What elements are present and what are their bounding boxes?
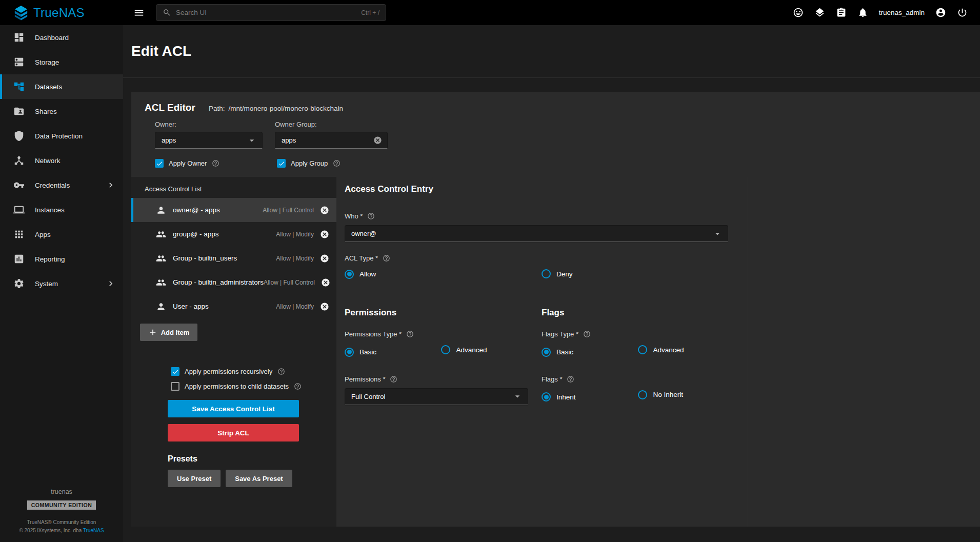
owner-field: Owner: apps (155, 121, 263, 149)
account-menu-button[interactable] (935, 7, 946, 18)
sidebar-item-label: Dashboard (35, 34, 69, 42)
apply-group-checkbox[interactable]: Apply Group (277, 159, 399, 168)
feedback-button[interactable] (793, 7, 804, 18)
brand-name: TrueNAS (33, 6, 85, 20)
clipboard-icon (836, 7, 847, 18)
acl-entry-row-owner[interactable]: owner@ - apps Allow | Full Control (131, 198, 336, 222)
chevron-right-icon (106, 278, 116, 289)
group-icon (156, 229, 166, 239)
help-icon[interactable] (367, 212, 375, 220)
smiley-icon (793, 7, 804, 18)
help-icon[interactable] (406, 330, 414, 338)
truenas-link[interactable]: TrueNAS (83, 528, 104, 533)
presets-title: Presets (168, 454, 336, 464)
save-as-preset-button[interactable]: Save As Preset (226, 470, 292, 487)
sidebar-item-system[interactable]: System (0, 271, 123, 296)
sidebar-item-storage[interactable]: Storage (0, 50, 123, 74)
sidebar-item-dashboard[interactable]: Dashboard (0, 25, 123, 50)
radio-selected-icon (542, 392, 551, 402)
permissions-select[interactable]: Full Control (345, 388, 528, 405)
who-label-row: Who * (345, 212, 980, 220)
checkbox-checked-icon (171, 367, 179, 376)
remove-entry-icon[interactable] (320, 206, 329, 215)
radio-deny[interactable]: Deny (542, 269, 573, 278)
radio-permissions-basic[interactable]: Basic (345, 348, 439, 357)
help-icon[interactable] (294, 383, 302, 390)
radio-no-inherit[interactable]: No Inherit (638, 390, 732, 399)
storage-icon (13, 56, 25, 68)
owner-group-label: Owner Group: (275, 121, 388, 128)
sidebar-item-datasets[interactable]: Datasets (0, 74, 123, 99)
sidebar-item-credentials[interactable]: Credentials (0, 173, 123, 197)
sidebar-item-apps[interactable]: Apps (0, 222, 123, 247)
power-icon (957, 7, 968, 18)
hamburger-icon (133, 7, 145, 18)
network-hub-icon (13, 155, 25, 166)
owner-select[interactable]: apps (155, 132, 263, 149)
radio-allow[interactable]: Allow (345, 270, 376, 279)
radio-selected-icon (542, 348, 551, 357)
running-jobs-button[interactable] (836, 7, 847, 18)
remove-entry-icon[interactable] (320, 302, 329, 311)
sidebar-item-shares[interactable]: Shares (0, 99, 123, 124)
radio-flags-advanced[interactable]: Advanced (638, 345, 732, 354)
flags-section: Flags Flags Type * Basic (542, 308, 980, 405)
sidebar-item-label: Credentials (35, 182, 70, 189)
add-item-button[interactable]: Add Item (140, 324, 197, 341)
acl-entry-row-group[interactable]: group@ - apps Allow | Modify (131, 222, 336, 246)
help-icon[interactable] (567, 375, 574, 383)
help-icon[interactable] (212, 159, 219, 167)
shares-folder-icon (13, 106, 25, 117)
help-icon[interactable] (383, 254, 390, 262)
acl-entry-row-builtin-administrators[interactable]: Group - builtin_administrators Allow | F… (131, 270, 336, 294)
sidebar-item-label: Network (35, 157, 61, 165)
page-title: Edit ACL (131, 43, 191, 59)
help-icon[interactable] (277, 368, 285, 375)
footer-edition-line: TrueNAS® Community Edition (0, 518, 123, 527)
owner-group-input[interactable]: apps (275, 132, 388, 149)
use-preset-button[interactable]: Use Preset (168, 470, 221, 487)
radio-unselected-icon (542, 269, 551, 278)
clear-input-icon[interactable] (373, 136, 382, 145)
global-search[interactable]: Ctrl + / (156, 4, 386, 21)
form-divider (748, 177, 748, 527)
brand[interactable]: TrueNAS (0, 5, 123, 21)
checkbox-checked-icon (155, 159, 164, 168)
acl-entry-row-user-apps[interactable]: User - apps Allow | Modify (131, 294, 336, 318)
topbar: TrueNAS Ctrl + / truenas_admin (0, 0, 980, 25)
who-select[interactable]: owner@ (345, 225, 728, 242)
sidebar-item-label: Shares (35, 108, 57, 115)
radio-flags-basic[interactable]: Basic (542, 348, 636, 357)
apply-to-child-datasets-checkbox[interactable]: Apply permissions to child datasets (171, 382, 336, 391)
checkbox-unchecked-icon (171, 382, 179, 391)
power-menu-button[interactable] (957, 7, 968, 18)
acl-entry-row-builtin-users[interactable]: Group - builtin_users Allow | Modify (131, 246, 336, 270)
help-icon[interactable] (390, 375, 397, 383)
person-icon (156, 205, 166, 215)
radio-permissions-advanced[interactable]: Advanced (441, 345, 535, 354)
group-icon (156, 253, 166, 264)
save-acl-button[interactable]: Save Access Control List (168, 400, 299, 417)
radio-inherit[interactable]: Inherit (542, 392, 636, 402)
layers-icon (814, 7, 825, 18)
jobs-button[interactable] (814, 7, 825, 18)
sidebar-item-label: Reporting (35, 255, 65, 263)
sidebar-item-label: Instances (35, 206, 65, 214)
bar-chart-icon (13, 253, 25, 265)
sidebar-item-network[interactable]: Network (0, 148, 123, 173)
apply-recursively-checkbox[interactable]: Apply permissions recursively (171, 367, 336, 376)
sidebar-item-reporting[interactable]: Reporting (0, 247, 123, 271)
sidebar-item-instances[interactable]: Instances (0, 197, 123, 222)
remove-entry-icon[interactable] (320, 254, 329, 263)
computer-icon (13, 204, 25, 215)
search-input[interactable] (176, 9, 356, 16)
menu-toggle-button[interactable] (133, 7, 145, 18)
apply-owner-checkbox[interactable]: Apply Owner (155, 159, 277, 168)
strip-acl-button[interactable]: Strip ACL (168, 424, 299, 441)
remove-entry-icon[interactable] (320, 230, 329, 239)
remove-entry-icon[interactable] (321, 278, 330, 287)
help-icon[interactable] (333, 159, 341, 167)
alerts-button[interactable] (857, 7, 868, 18)
sidebar-item-data-protection[interactable]: Data Protection (0, 124, 123, 148)
help-icon[interactable] (583, 330, 591, 338)
